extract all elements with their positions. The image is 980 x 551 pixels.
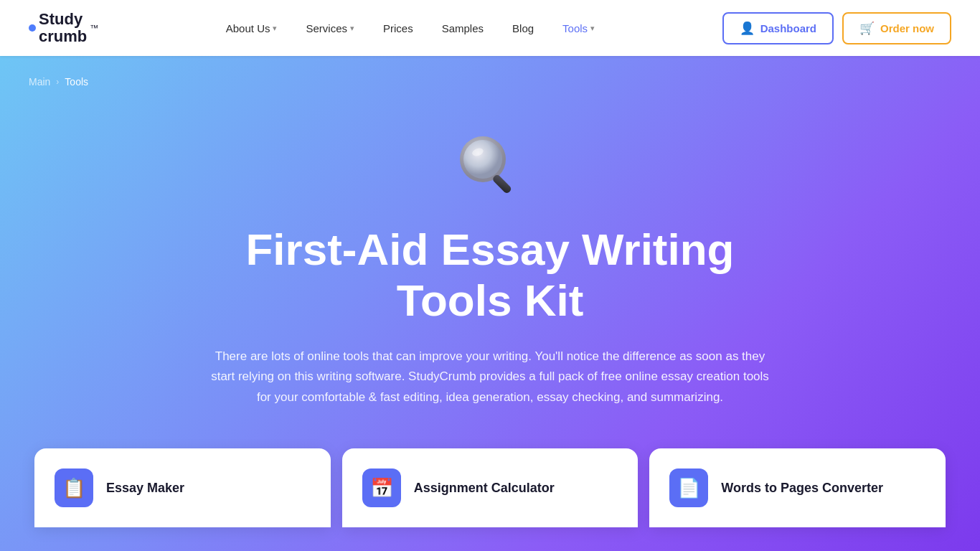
breadcrumb-current: Tools [65, 76, 88, 88]
tool-cards-row: 📋 Essay Maker 📅 Assignment Calculator 📄 … [29, 448, 951, 527]
tool-card-essay-maker[interactable]: 📋 Essay Maker [34, 448, 331, 527]
about-us-chevron-icon: ▾ [273, 24, 277, 33]
logo-dot [29, 24, 36, 32]
services-chevron-icon: ▾ [350, 24, 354, 33]
tool-card-assignment-calculator[interactable]: 📅 Assignment Calculator [342, 448, 639, 527]
cart-icon: 🛒 [859, 21, 875, 36]
assignment-calculator-label: Assignment Calculator [414, 481, 555, 496]
dashboard-button[interactable]: 👤 Dashboard [722, 12, 834, 44]
essay-maker-label: Essay Maker [106, 481, 184, 496]
breadcrumb-separator: › [56, 77, 59, 87]
svg-rect-3 [491, 174, 512, 194]
svg-point-1 [463, 140, 502, 179]
logo-tm: ™ [90, 23, 98, 33]
tool-card-words-to-pages[interactable]: 📄 Words to Pages Converter [649, 448, 946, 527]
nav-tools[interactable]: Tools ▾ [551, 17, 606, 40]
words-to-pages-label: Words to Pages Converter [721, 481, 883, 496]
order-now-button[interactable]: 🛒 Order now [842, 12, 951, 44]
user-icon: 👤 [740, 21, 755, 36]
nav-services[interactable]: Services ▾ [294, 17, 366, 40]
breadcrumb-main[interactable]: Main [29, 76, 50, 88]
nav-samples[interactable]: Samples [430, 17, 495, 40]
magnifier-icon [454, 131, 526, 202]
hero-section: Main › Tools [0, 56, 980, 551]
breadcrumb: Main › Tools [29, 56, 951, 88]
logo-text: Study crumb [39, 11, 87, 45]
logo[interactable]: Study crumb ™ [29, 11, 98, 45]
nav-prices[interactable]: Prices [372, 17, 425, 40]
tools-chevron-icon: ▾ [590, 24, 595, 33]
nav-about-us[interactable]: About Us ▾ [215, 17, 289, 40]
header-buttons: 👤 Dashboard 🛒 Order now [722, 12, 951, 44]
hero-title: First-Aid Essay Writing Tools Kit [246, 224, 735, 326]
words-to-pages-icon: 📄 [669, 468, 708, 507]
essay-maker-icon: 📋 [55, 468, 93, 507]
assignment-calculator-icon: 📅 [362, 468, 401, 507]
header: Study crumb ™ About Us ▾ Services ▾ Pric… [0, 0, 980, 56]
hero-description: There are lots of online tools that can … [210, 347, 770, 409]
main-nav: About Us ▾ Services ▾ Prices Samples Blo… [215, 17, 606, 40]
nav-blog[interactable]: Blog [501, 17, 545, 40]
